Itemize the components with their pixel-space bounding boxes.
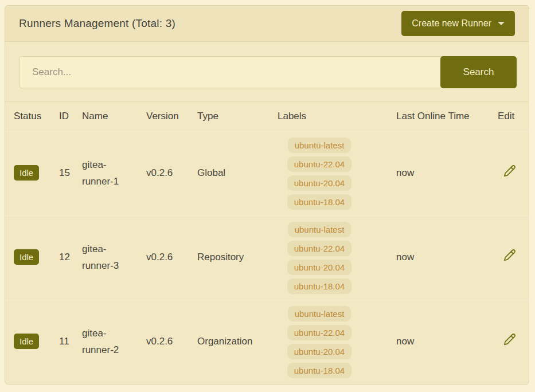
pencil-icon xyxy=(503,249,516,261)
runner-label: ubuntu-20.04 xyxy=(287,175,352,191)
runner-label: ubuntu-18.04 xyxy=(287,363,352,378)
search-section: Search xyxy=(5,42,529,102)
runners-panel: Runners Management (Total: 3) Create new… xyxy=(5,5,529,385)
edit-runner-button[interactable] xyxy=(503,164,516,177)
page-title: Runners Management (Total: 3) xyxy=(19,17,175,30)
runner-label: ubuntu-18.04 xyxy=(287,194,352,210)
labels-list: ubuntu-latestubuntu-22.04ubuntu-20.04ubu… xyxy=(278,222,361,294)
edit-runner-button[interactable] xyxy=(503,249,516,261)
runner-name: gitea-runner-2 xyxy=(73,300,138,384)
runner-rows: Idle 15 gitea-runner-1 v0.2.6 Global ubu… xyxy=(5,131,529,384)
search-input-group: Search xyxy=(19,56,517,88)
runner-label: ubuntu-22.04 xyxy=(287,325,352,340)
table-row: Idle 15 gitea-runner-1 v0.2.6 Global ubu… xyxy=(5,131,529,215)
runner-version: v0.2.6 xyxy=(138,300,189,384)
runner-label: ubuntu-18.04 xyxy=(287,279,352,294)
column-header-labels: Labels xyxy=(269,102,388,131)
runner-label: ubuntu-22.04 xyxy=(287,241,352,256)
column-header-edit: Edit xyxy=(489,102,529,131)
runner-version: v0.2.6 xyxy=(138,131,189,215)
caret-down-icon xyxy=(498,22,505,25)
status-badge: Idle xyxy=(14,165,39,181)
runner-label: ubuntu-latest xyxy=(288,222,352,237)
table-row: Idle 11 gitea-runner-2 v0.2.6 Organizati… xyxy=(5,300,529,384)
table-header-row: StatusIDNameVersionTypeLabelsLast Online… xyxy=(5,102,529,131)
column-header-name: Name xyxy=(73,102,138,131)
search-input[interactable] xyxy=(19,56,443,88)
search-button[interactable]: Search xyxy=(440,56,517,88)
labels-list: ubuntu-latestubuntu-22.04ubuntu-20.04ubu… xyxy=(278,306,361,378)
runner-name: gitea-runner-1 xyxy=(73,131,138,215)
runner-type: Global xyxy=(189,131,269,215)
pencil-icon xyxy=(503,333,516,346)
create-runner-label: Create new Runner xyxy=(412,18,491,29)
labels-list: ubuntu-latestubuntu-22.04ubuntu-20.04ubu… xyxy=(278,138,361,210)
runner-label: ubuntu-latest xyxy=(288,138,352,153)
runner-version: v0.2.6 xyxy=(138,215,189,300)
panel-header: Runners Management (Total: 3) Create new… xyxy=(5,6,529,42)
runner-label: ubuntu-latest xyxy=(288,306,352,322)
runner-type: Organization xyxy=(189,300,269,384)
runner-label: ubuntu-20.04 xyxy=(287,260,352,275)
column-header-type: Type xyxy=(189,102,269,131)
status-badge: Idle xyxy=(14,249,39,265)
runner-name: gitea-runner-3 xyxy=(73,215,138,300)
runner-id: 11 xyxy=(50,300,73,384)
runner-id: 15 xyxy=(50,131,73,215)
column-header-id: ID xyxy=(50,102,73,131)
runner-id: 12 xyxy=(50,215,73,300)
create-runner-button[interactable]: Create new Runner xyxy=(401,11,515,36)
last-online-time: now xyxy=(388,131,489,215)
table-row: Idle 12 gitea-runner-3 v0.2.6 Repository… xyxy=(5,215,529,300)
status-badge: Idle xyxy=(14,334,39,349)
column-header-last-online-time: Last Online Time xyxy=(388,102,489,131)
column-header-status: Status xyxy=(5,102,50,131)
runner-label: ubuntu-22.04 xyxy=(287,156,352,172)
column-header-version: Version xyxy=(138,102,189,131)
runner-type: Repository xyxy=(189,215,269,300)
runners-table: StatusIDNameVersionTypeLabelsLast Online… xyxy=(5,102,529,384)
edit-runner-button[interactable] xyxy=(503,333,516,346)
last-online-time: now xyxy=(388,215,489,300)
pencil-icon xyxy=(503,164,516,177)
last-online-time: now xyxy=(388,300,489,384)
runner-label: ubuntu-20.04 xyxy=(287,344,352,359)
